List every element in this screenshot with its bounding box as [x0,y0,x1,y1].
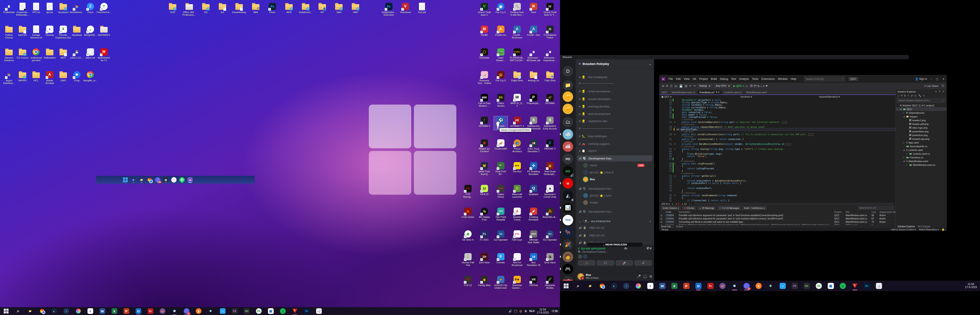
desktop-icon-zoom[interactable]: Z↗Zoom [83,2,97,14]
desktop-icon-garage-stevens-txt[interactable]: Garage Stevens.txt [29,25,43,39]
category-hulpdiensten[interactable]: ⌄ 「📠」HULPDIENSTEN+ [578,218,652,224]
volume-icon[interactable]: 🔊 [508,310,512,313]
taskbar-icon-steam[interactable]: ☸ [172,308,177,314]
desktop-icon-askfelix[interactable]: 📄askFelix [15,25,30,37]
taskbar-icon-media-circle[interactable]: ◔ [64,308,69,314]
taskbar-icon-prism[interactable]: ❖ [208,308,213,314]
feedback-icon[interactable]: 🗨 [942,84,944,88]
channel-web-development[interactable]: #👷· web-development [578,111,652,117]
tree-item-mainwindow-xaml[interactable]: ◢⟨⟩MainWindow.xaml [896,159,947,163]
desktop-icon-beamng-dr-[interactable]: ⁂↗BeamNG.dr... [543,207,557,218]
taskbar-icon-shield[interactable]: S [852,283,858,289]
live-share-button[interactable]: ↗ Live Share [924,84,939,88]
voice-user-max[interactable]: Max [583,177,649,182]
voice-button-3[interactable]: 🎜 [634,260,652,266]
tree-item-qcc[interactable]: ◢C#QCC [896,107,947,111]
tab-mainwindow-xaml-cs[interactable]: MainWindow.xaml.cs [670,90,697,94]
desktop-icon-roerveen-mcnode-rdp[interactable]: 🖥↗Roerveen - MCNode.rdp [526,48,541,62]
taskbar-icon-photoshop[interactable]: Ps [304,308,310,314]
taskbar-icon-firefox[interactable] [75,308,81,314]
desktop-icon-paint-net[interactable]: 🖌↗paint.net [83,48,97,59]
taskbar-icon-excel[interactable]: X [111,308,117,314]
new-unread-pill[interactable]: ⌄ NIEUW ONGELEZEN [587,243,643,247]
taskbar-icon-outlook[interactable]: O [695,283,702,289]
desktop-icon-onderhoud-pol-html[interactable]: onderhoud pol.html [29,48,43,62]
voice-user-aeiral[interactable]: AeiralLIVE [583,162,649,168]
desktop-icon-rufus-3-22-[interactable]: 💾↗rufus-3.22.... [70,48,84,59]
desktop-icon-rockstar-games-[interactable]: R★↗Rockstar Games ... [510,275,524,290]
taskbar-icon-vscode[interactable]: ‹› [220,308,226,314]
desktop-icon-f1-manag-[interactable]: F1↗F1® Manag... [461,184,475,199]
desktop-icon-train-sims[interactable]: 🚆Train Sims [543,70,557,82]
taskbar-icon-obs[interactable]: ◐ [611,283,617,289]
tree-item-controls-xaml[interactable]: ◢⟨⟩controls.xaml [896,148,947,152]
menu-view[interactable]: View [682,77,691,81]
channel-voertuig-develop-[interactable]: #👷· voertuig-develop... [578,103,652,110]
select-repository-button[interactable]: Select Repository ▾ [919,228,939,231]
desktop-icon-prison-architect[interactable]: 👥↗Prison Architect [510,139,524,153]
channel-voertuig-suggest-[interactable]: #🚗· voertuig-suggest... [578,141,652,147]
desktop-icon-vodafonez-[interactable]: 🌐VodafoneZ... [298,2,313,14]
notification-badge[interactable]: 🗨15 [551,310,559,313]
desktop-icon-grand-theft-auto-iv-t-[interactable]: IV↗Grand Theft Auto IV T... [543,2,557,16]
desktop-icon-112-operator[interactable]: 112↗112 Operator [493,230,508,241]
voice-user--40-04-rick-d-[interactable]: [40-04 | ⭐ ] Rick D. [583,170,649,175]
channel-dev-sneakpeek[interactable]: #👷· dev-sneakpeek [578,74,652,80]
save-icon[interactable]: 💾 [679,84,683,88]
breadcrumb-1[interactable]: functions ▾ [740,95,752,98]
taskbar-icon-start[interactable] [563,283,569,289]
desktop-icon-crisp[interactable]: 💬↗Crisp [70,70,84,82]
run-button[interactable]: ▶ QCC ▾ [733,84,745,88]
disconnect-icon[interactable]: ✆✕ [647,247,652,250]
desktop-icon-two-point-hospital[interactable]: TPH↗Two Point Hospital [493,207,508,221]
desktop-icon-f1-2021[interactable]: F1↗F1 2021 [477,230,492,241]
desktop-icon-gta-txt[interactable]: gta.txt [43,2,57,14]
taskbar-icon-shield[interactable]: S [292,308,298,314]
error-row[interactable]: ⚠CS8604Possible null reference argument … [660,213,896,217]
taskbar-icon-heidisql[interactable]: HS [816,283,822,289]
open-icon[interactable]: 🗁 [675,84,678,88]
error-row[interactable]: ⚠CS8600Converting null literal or possib… [660,220,896,223]
desktop-icon-far-cry-5[interactable]: ◉↗Far Cry 5 [493,2,508,14]
desktop-icon-red-dead-redempti-[interactable]: 🤠↗Red Dead Redempti... [543,161,557,176]
clock[interactable]: 21:5417-5-2023 [537,308,549,314]
breadcrumb-0[interactable]: ▣ QCC ▾ [661,95,671,98]
screen-tray-icon[interactable]: 🖥 [524,310,527,313]
user-avatar[interactable]: 😄 [578,273,584,280]
desktop-icon-fivem-roerveen[interactable]: Λ↗FiveM - Roerveen [510,25,524,39]
taskbar-icon-powerpoint[interactable]: P [124,308,129,314]
menu-analyze[interactable]: Analyze [738,77,750,81]
scope-dropdown[interactable]: Entire Solution ▾ [661,207,681,210]
taskbar-icon-vscode[interactable]: ‹› [780,283,786,289]
taskbar-icon-start[interactable] [3,308,9,314]
taskbar-icon-clickup[interactable]: ⬧ [88,308,93,314]
desktop-icon-assetto-corsa[interactable]: ∧↗Assetto Corsa [510,207,524,221]
breadcrumb-2[interactable]: requestOperator() ▾ [819,95,840,98]
menu-debug[interactable]: Debug [718,77,730,81]
settings-icon[interactable]: ⚙ [649,275,652,278]
taskbar-icon-phpstorm[interactable]: PS [232,308,237,314]
desktop-icon-minecraft-launcher[interactable]: 🟩↗Minecraft Launcher [510,184,524,199]
desktop-icon-clickup[interactable]: ⬧↗ClickUp [43,25,57,37]
tree-item-powerfalse-png[interactable]: 🖼powerfalse.png [896,129,947,133]
desktop-icon-quiplash[interactable]: Q↗Quiplash [526,184,541,196]
taskbar-icon-chrome[interactable] [39,308,45,314]
vs-search-box[interactable]: Search (Ctrl+Q)⌕ [804,76,845,81]
rail-server-rainbow[interactable]: 📊 [563,202,573,213]
taskbar-icon-github-desktop[interactable]: 🐙 [160,308,165,314]
tree-item-header2-png[interactable]: 🖼header2.png [896,118,947,122]
tree-item-controls-xaml-cs[interactable]: ▷C#controls.xaml.cs [896,152,947,156]
desktop-icon-police-stories[interactable]: PS↗Police Stories [493,93,508,107]
right-tab-solution-explorer[interactable]: Solution Explorer [897,225,915,228]
taskbar-icon-spotify[interactable]: ♫ [840,283,846,289]
taskbar-icon-media-circle[interactable]: ◔ [623,283,629,289]
desktop-icon-corporate-ashamalu-[interactable]: ▶Corporate - AShamalu... [15,2,30,16]
desktop-icon-themefores-[interactable]: 📚↗themefores... [70,2,84,14]
taskbar-icon-search[interactable]: ⌕ [15,308,21,314]
desktop-icon-vacatures[interactable]: 🌐Vacatures [56,2,70,14]
desktop-icon-watch-d-2[interactable]: W↗WATCH_D... 2 [510,93,524,107]
noise-suppression-icon[interactable]: ılı· [624,247,628,250]
taskbar-icon-explorer[interactable]: 📁 [139,177,144,183]
desktop-icon-we-happy-few[interactable]: 🎭↗We Happy Few [477,207,492,221]
panel-tab-output[interactable]: Output [676,225,683,228]
